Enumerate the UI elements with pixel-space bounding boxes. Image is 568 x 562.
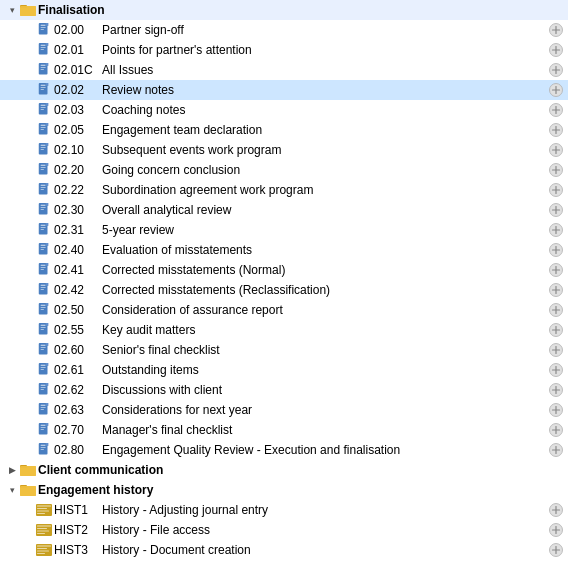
tree-item-02.10[interactable]: 02.10Subsequent events work program bbox=[0, 140, 568, 160]
svg-rect-106 bbox=[41, 229, 45, 230]
item-code: 02.10 bbox=[54, 143, 102, 157]
section-header-client-communication[interactable]: ▶ Client communication bbox=[0, 460, 568, 480]
add-button[interactable] bbox=[548, 62, 564, 78]
tree-item-02.61[interactable]: 02.61Outstanding items bbox=[0, 360, 568, 380]
svg-rect-105 bbox=[41, 227, 46, 228]
section-header-engagement-history[interactable]: ▾ Engagement history bbox=[0, 480, 568, 500]
svg-rect-65 bbox=[41, 147, 46, 148]
tree-item-02.40[interactable]: 02.40Evaluation of misstatements bbox=[0, 240, 568, 260]
add-button[interactable] bbox=[548, 342, 564, 358]
item-code: 02.01 bbox=[54, 43, 102, 57]
svg-rect-195 bbox=[41, 407, 46, 408]
tree-item-02.02[interactable]: 02.02Review notes bbox=[0, 80, 568, 100]
tree-item-02.80[interactable]: 02.80Engagement Quality Review - Executi… bbox=[0, 440, 568, 460]
add-button[interactable] bbox=[548, 422, 564, 438]
add-button[interactable] bbox=[548, 102, 564, 118]
tree-item-02.30[interactable]: 02.30Overall analytical review bbox=[0, 200, 568, 220]
svg-rect-24 bbox=[41, 65, 46, 66]
document-icon bbox=[36, 202, 52, 218]
history-file-icon bbox=[36, 502, 52, 518]
tree-item-HIST1[interactable]: HIST1History - Adjusting journal entry bbox=[0, 500, 568, 520]
document-icon bbox=[36, 322, 52, 338]
folder-icon bbox=[20, 482, 36, 498]
add-button[interactable] bbox=[548, 182, 564, 198]
add-button[interactable] bbox=[548, 222, 564, 238]
item-code: 02.00 bbox=[54, 23, 102, 37]
add-button[interactable] bbox=[548, 82, 564, 98]
tree-item-02.50[interactable]: 02.50Consideration of assurance report bbox=[0, 300, 568, 320]
svg-rect-45 bbox=[41, 107, 46, 108]
svg-rect-124 bbox=[41, 265, 46, 266]
svg-rect-205 bbox=[41, 427, 46, 428]
tree-item-02.20[interactable]: 02.20Going concern conclusion bbox=[0, 160, 568, 180]
add-button[interactable] bbox=[548, 122, 564, 138]
tree-item-02.42[interactable]: 02.42Corrected misstatements (Reclassifi… bbox=[0, 280, 568, 300]
tree-item-02.55[interactable]: 02.55Key audit matters bbox=[0, 320, 568, 340]
item-code: 02.30 bbox=[54, 203, 102, 217]
item-code: 02.41 bbox=[54, 263, 102, 277]
svg-rect-247 bbox=[37, 548, 47, 549]
section-header-finalisation[interactable]: ▾ Finalisation bbox=[0, 0, 568, 20]
tree-item-02.03[interactable]: 02.03Coaching notes bbox=[0, 100, 568, 120]
item-label: Considerations for next year bbox=[102, 403, 548, 417]
item-code: 02.20 bbox=[54, 163, 102, 177]
document-icon bbox=[36, 382, 52, 398]
tree-item-02.01C[interactable]: 02.01CAll Issues bbox=[0, 60, 568, 80]
document-icon bbox=[36, 342, 52, 358]
item-code: 02.42 bbox=[54, 283, 102, 297]
svg-rect-59 bbox=[46, 123, 49, 126]
item-code: HIST2 bbox=[54, 523, 102, 537]
add-button[interactable] bbox=[548, 402, 564, 418]
add-button[interactable] bbox=[548, 22, 564, 38]
tree-item-02.31[interactable]: 02.315-year review bbox=[0, 220, 568, 240]
svg-rect-159 bbox=[46, 323, 49, 326]
document-icon bbox=[36, 102, 52, 118]
item-label: All Issues bbox=[102, 63, 548, 77]
item-code: 02.61 bbox=[54, 363, 102, 377]
svg-rect-231 bbox=[37, 508, 47, 509]
collapse-icon[interactable]: ▾ bbox=[4, 482, 20, 498]
add-button[interactable] bbox=[548, 382, 564, 398]
item-label: Going concern conclusion bbox=[102, 163, 548, 177]
tree-item-02.70[interactable]: 02.70Manager's final checklist bbox=[0, 420, 568, 440]
svg-rect-184 bbox=[41, 385, 46, 386]
svg-rect-219 bbox=[46, 443, 49, 446]
add-button[interactable] bbox=[548, 242, 564, 258]
svg-rect-4 bbox=[41, 25, 46, 26]
add-button[interactable] bbox=[548, 282, 564, 298]
add-button[interactable] bbox=[548, 322, 564, 338]
svg-rect-249 bbox=[37, 553, 45, 554]
document-icon bbox=[36, 242, 52, 258]
tree-item-02.22[interactable]: 02.22Subordination agreement work progra… bbox=[0, 180, 568, 200]
tree-item-02.62[interactable]: 02.62Discussions with client bbox=[0, 380, 568, 400]
add-button[interactable] bbox=[548, 42, 564, 58]
add-button[interactable] bbox=[548, 502, 564, 518]
tree-item-HIST2[interactable]: HIST2History - File access bbox=[0, 520, 568, 540]
item-code: 02.02 bbox=[54, 83, 102, 97]
tree-item-02.05[interactable]: 02.05Engagement team declaration bbox=[0, 120, 568, 140]
svg-rect-126 bbox=[41, 269, 45, 270]
add-button[interactable] bbox=[548, 202, 564, 218]
add-button[interactable] bbox=[548, 262, 564, 278]
svg-rect-135 bbox=[41, 287, 46, 288]
add-button[interactable] bbox=[548, 542, 564, 558]
item-label: Review notes bbox=[102, 83, 548, 97]
svg-rect-209 bbox=[46, 423, 49, 426]
add-button[interactable] bbox=[548, 302, 564, 318]
add-button[interactable] bbox=[548, 362, 564, 378]
add-button[interactable] bbox=[548, 522, 564, 538]
tree-item-02.60[interactable]: 02.60Senior's final checklist bbox=[0, 340, 568, 360]
tree-item-02.01[interactable]: 02.01Points for partner's attention bbox=[0, 40, 568, 60]
add-button[interactable] bbox=[548, 142, 564, 158]
svg-rect-199 bbox=[46, 403, 49, 406]
add-button[interactable] bbox=[548, 162, 564, 178]
add-button[interactable] bbox=[548, 442, 564, 458]
collapse-icon[interactable]: ▾ bbox=[4, 2, 20, 18]
tree-item-02.63[interactable]: 02.63Considerations for next year bbox=[0, 400, 568, 420]
expand-icon[interactable]: ▶ bbox=[4, 462, 20, 478]
tree-item-02.00[interactable]: 02.00Partner sign-off bbox=[0, 20, 568, 40]
tree-item-HIST3[interactable]: HIST3History - Document creation bbox=[0, 540, 568, 560]
svg-rect-14 bbox=[41, 45, 46, 46]
tree-item-02.41[interactable]: 02.41Corrected misstatements (Normal) bbox=[0, 260, 568, 280]
svg-rect-144 bbox=[41, 305, 46, 306]
